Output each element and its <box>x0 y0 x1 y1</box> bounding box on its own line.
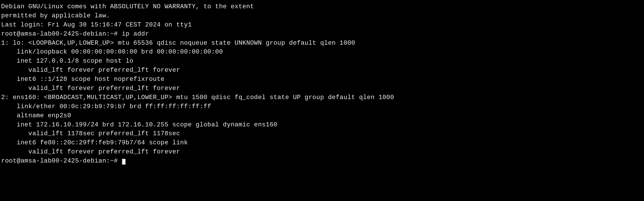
terminal-line: inet6 ::1/128 scope host noprefixroute <box>1 75 643 84</box>
terminal-line: inet6 fe80::20c:29ff:feb9:79b7/64 scope … <box>1 138 643 147</box>
cursor <box>122 159 125 165</box>
terminal-window: Debian GNU/Linux comes with ABSOLUTELY N… <box>0 0 644 201</box>
prompt-text: root@amsa-lab00-2425-debian:~# <box>1 157 122 165</box>
terminal-line: 1: lo: <LOOPBACK,UP,LOWER_UP> mtu 65536 … <box>1 39 643 48</box>
terminal-line: valid_lft forever preferred_lft forever <box>1 147 643 157</box>
terminal-line: Last login: Fri Aug 30 15:16:47 CEST 202… <box>1 20 643 30</box>
terminal-line: link/loopback 00:00:00:00:00:00 brd 00:0… <box>1 48 643 57</box>
terminal-line: 2: ens160: <BROADCAST,MULTICAST,UP,LOWER… <box>1 93 643 102</box>
terminal-line: altname enp2s0 <box>1 111 643 120</box>
terminal-line: permitted by applicable law. <box>1 11 643 20</box>
terminal-line: root@amsa-lab00-2425-debian:~# <box>1 157 643 166</box>
terminal-line: valid_lft forever preferred_lft forever <box>1 84 643 93</box>
terminal-line: inet 172.16.10.199/24 brd 172.16.10.255 … <box>1 120 643 130</box>
terminal-line: Debian GNU/Linux comes with ABSOLUTELY N… <box>1 2 643 11</box>
terminal-line: inet 127.0.0.1/8 scope host lo <box>1 57 643 66</box>
terminal-line: valid_lft forever preferred_lft forever <box>1 66 643 75</box>
terminal-line: link/ether 00:0c:29:b9:79:b7 brd ff:ff:f… <box>1 102 643 111</box>
terminal-line: valid_lft 1178sec preferred_lft 1178sec <box>1 129 643 138</box>
terminal-line: root@amsa-lab00-2425-debian:~# ip addr <box>1 30 643 39</box>
